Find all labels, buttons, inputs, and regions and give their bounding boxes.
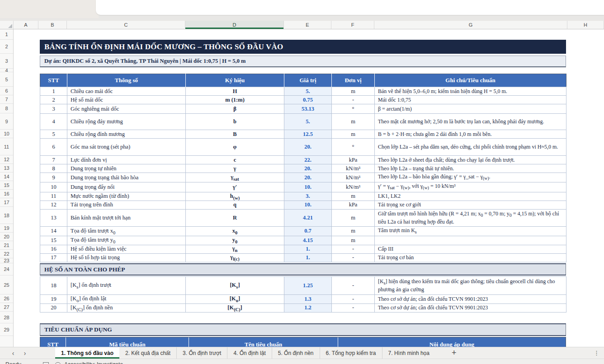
- cell-parameter[interactable]: Chiều cao mái dốc: [67, 87, 186, 96]
- row-header-13[interactable]: 13: [0, 164, 13, 173]
- column-header-e[interactable]: E: [284, 21, 331, 29]
- cell-value[interactable]: 5.: [284, 87, 332, 96]
- cell-value[interactable]: 1.: [284, 245, 332, 253]
- row-header-16[interactable]: 16: [0, 190, 13, 198]
- column-title[interactable]: Ký hiệu: [186, 74, 284, 87]
- select-all-corner[interactable]: [0, 21, 14, 29]
- cell-unit[interactable]: m: [332, 192, 375, 201]
- row-header-20[interactable]: 20: [0, 233, 13, 241]
- cell-parameter[interactable]: Lực dính đơn vị: [67, 156, 186, 164]
- row-header-24[interactable]: 24: [0, 263, 13, 275]
- cell-value[interactable]: 20.: [284, 173, 332, 182]
- cell-value[interactable]: 0.7: [284, 226, 332, 236]
- cell-note[interactable]: LK1, LK2: [375, 192, 566, 201]
- cell-note[interactable]: Tải trọng xe cơ giới: [375, 201, 566, 209]
- cell-parameter[interactable]: Tọa độ tâm trượt x0: [67, 226, 186, 236]
- cell-parameter[interactable]: Dung trọng trạng thái bão hòa: [67, 173, 186, 182]
- cell-unit[interactable]: -: [332, 253, 375, 262]
- row-header-10[interactable]: 10: [0, 130, 13, 138]
- row-header-3[interactable]: 3: [0, 54, 13, 69]
- cell-symbol[interactable]: γ: [186, 164, 284, 173]
- cell-parameter[interactable]: [Ks] ổn định trượt: [67, 277, 186, 295]
- cell-symbol[interactable]: q: [186, 201, 284, 209]
- column-header-d[interactable]: D: [185, 21, 284, 29]
- sheet-tab-1[interactable]: 1. Thông số đầu vào: [55, 347, 119, 359]
- cell-value[interactable]: 4.21: [284, 209, 332, 226]
- row-header-2[interactable]: 2: [0, 40, 13, 54]
- cell-note[interactable]: Tải trọng cơ bản: [375, 253, 566, 262]
- cell-unit[interactable]: m: [332, 87, 375, 96]
- standards-column-title[interactable]: STT: [40, 337, 66, 347]
- cell-value[interactable]: 3.: [284, 192, 332, 201]
- cell-stt[interactable]: 9: [40, 173, 67, 182]
- cell-value[interactable]: 1.: [284, 253, 332, 262]
- safety-factors-section-header[interactable]: HỆ SỐ AN TOÀN CHO PHÉP: [40, 263, 566, 275]
- cell-symbol[interactable]: H: [186, 87, 284, 96]
- tab-scroll-right-icon[interactable]: ›: [19, 347, 31, 359]
- cell-value[interactable]: 0.75: [284, 96, 332, 104]
- sheet-tab-2[interactable]: 2. Kết quả địa chất: [119, 347, 176, 359]
- cell-parameter[interactable]: Dung trọng đẩy nổi: [67, 182, 186, 192]
- cell-stt[interactable]: 15: [40, 236, 67, 245]
- cell-value[interactable]: 10.: [284, 201, 332, 209]
- row-header-8[interactable]: 8: [0, 104, 13, 113]
- cell-note[interactable]: Theo mặt cắt mương hở; 2,50 m là bước tr…: [375, 114, 566, 130]
- cell-parameter[interactable]: Bán kính mặt trượt tới hạn: [67, 209, 186, 226]
- row-header-12[interactable]: 12: [0, 155, 13, 164]
- row-header-6[interactable]: 6: [0, 87, 13, 95]
- column-title[interactable]: Ghi chú/Tiêu chuẩn: [375, 74, 566, 87]
- cell-note[interactable]: Mái dốc 1:0,75: [375, 96, 566, 104]
- cell-value[interactable]: 53.13: [284, 104, 332, 114]
- cell-stt[interactable]: 7: [40, 156, 67, 164]
- cell-parameter[interactable]: Góc ma sát trong (sét pha): [67, 139, 186, 156]
- sheet-tab-6[interactable]: 6. Tổng hợp kiểm tra: [320, 347, 382, 359]
- row-header-26[interactable]: 26: [0, 294, 13, 303]
- cell-symbol[interactable]: [K(C)]: [186, 303, 284, 313]
- cell-symbol[interactable]: c: [186, 156, 284, 164]
- cell-value[interactable]: 1.25: [284, 277, 332, 295]
- column-title[interactable]: Thông số: [67, 74, 186, 87]
- cell-stt[interactable]: 5: [40, 130, 67, 139]
- cell-symbol[interactable]: h(w): [186, 192, 284, 201]
- cell-stt[interactable]: 4: [40, 114, 67, 130]
- cell-unit[interactable]: m: [332, 236, 375, 245]
- cell-value[interactable]: 1.2: [284, 303, 332, 313]
- cell-note[interactable]: Cấp III: [375, 245, 566, 253]
- cell-parameter[interactable]: Tọa độ tâm trượt y0: [67, 236, 186, 245]
- cell-unit[interactable]: m: [332, 209, 375, 226]
- cell-parameter[interactable]: Dung trọng tự nhiên: [67, 164, 186, 173]
- cell-stt[interactable]: 13: [40, 209, 67, 226]
- cell-unit[interactable]: -: [332, 245, 375, 253]
- cell-parameter[interactable]: Chiều rộng đỉnh mương: [67, 130, 186, 139]
- cell-note[interactable]: Theo lớp L2a – bão hòa gần đúng; γ′ = γ_…: [375, 173, 566, 182]
- cell-note[interactable]: Theo lớp L2a – trạng thái tự nhiên.: [375, 164, 566, 173]
- cell-stt[interactable]: 10: [40, 182, 67, 192]
- row-header-22[interactable]: 22: [0, 250, 13, 258]
- cell-stt[interactable]: 3: [40, 104, 67, 114]
- row-header-4[interactable]: 4: [0, 69, 13, 72]
- project-info-cell[interactable]: Dự án: QHKDC số 2, xã Quyết Thắng, TP Th…: [40, 56, 566, 67]
- row-header-19[interactable]: 19: [0, 224, 13, 233]
- cell-value[interactable]: 12.5: [284, 130, 332, 139]
- cell-unit[interactable]: m: [332, 226, 375, 236]
- cell-stt[interactable]: 16: [40, 245, 67, 253]
- row-header-9[interactable]: 9: [0, 113, 13, 130]
- cell-parameter[interactable]: Mực nước ngầm (từ đỉnh): [67, 192, 186, 201]
- row-header-7[interactable]: 7: [0, 95, 13, 104]
- row-header-14[interactable]: 14: [0, 173, 13, 181]
- safety-factors-table[interactable]: 18[Ks] ổn định trượt[Ks]1.25-[Ks] hiện d…: [40, 276, 566, 313]
- cell-parameter[interactable]: Góc nghiêng mái dốc: [67, 104, 186, 114]
- standards-section-header[interactable]: TIÊU CHUẨN ÁP DỤNG: [40, 323, 566, 336]
- cell-symbol[interactable]: γl(c): [186, 253, 284, 262]
- column-title[interactable]: STT: [40, 74, 67, 87]
- column-header-b[interactable]: B: [38, 21, 67, 29]
- cell-note[interactable]: Giữ tâm trượt mô hình hiện hữu (R = 4,21…: [375, 209, 566, 226]
- cell-parameter[interactable]: Hệ số điều kiện làm việc: [67, 245, 186, 253]
- cell-unit[interactable]: kPa: [332, 201, 375, 209]
- cell-parameter[interactable]: [Ko] ổn định lật: [67, 295, 186, 304]
- sheet-tab-3[interactable]: 3. Ổn định trượt: [176, 347, 227, 359]
- cell-unit[interactable]: -: [332, 96, 375, 104]
- cell-note[interactable]: Tâm trượt min Ks: [375, 226, 566, 236]
- cell-stt[interactable]: 12: [40, 201, 67, 209]
- cell-value[interactable]: 4.15: [284, 236, 332, 245]
